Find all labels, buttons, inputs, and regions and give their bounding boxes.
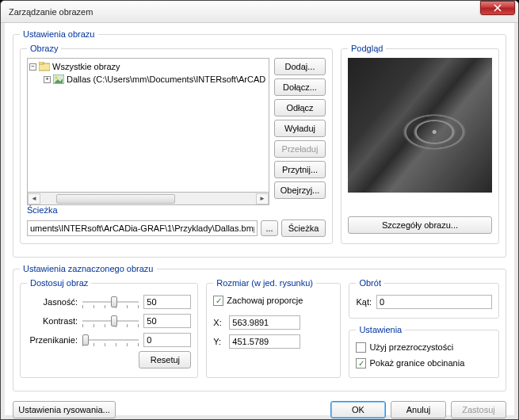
proporcje-checkbox[interactable]: ✓ — [213, 296, 223, 306]
wyladuj-button[interactable]: Wyładuj — [274, 120, 326, 137]
jasnosc-label: Jasność: — [27, 297, 78, 307]
group-dostosuj: Dostosuj obraz Jasność: Kontrast: — [20, 278, 198, 378]
sciezka-button[interactable]: Ścieżka — [281, 220, 326, 237]
x-input[interactable] — [229, 315, 300, 330]
expander-minus-icon[interactable]: − — [29, 63, 36, 71]
dialog-buttons: Ustawienia rysowania... OK Anuluj Zastos… — [13, 398, 506, 418]
group-podglad: Podgląd Szczegóły obrazu... — [341, 44, 499, 244]
image-tree[interactable]: − Wszystkie obrazy + — [27, 58, 269, 193]
przeladuj-button: Przeładuj — [274, 140, 326, 158]
scroll-track[interactable] — [40, 193, 256, 204]
group-ustawienia-zaznaczonego: Ustawienia zaznaczonego obrazu Dostosuj … — [13, 264, 506, 391]
granice-checkbox[interactable]: ✓ — [356, 358, 366, 368]
legend-ustawienia-obrazu: Ustawienia obrazu — [20, 29, 98, 39]
dialog-content: Ustawienia obrazu Obrazy − — [1, 23, 518, 420]
legend-ustawienia-flags: Ustawienia — [356, 325, 405, 334]
titlebar: Zarządzanie obrazem — [1, 1, 518, 23]
kontrast-input[interactable] — [143, 314, 191, 328]
proporcje-label: Zachowaj proporcje — [227, 296, 303, 305]
scroll-right-icon[interactable]: ► — [256, 193, 269, 204]
group-ustawienia-flags: Ustawienia Użyj przezroczystości ✓ Pokaż… — [349, 325, 499, 378]
przenikanie-input[interactable] — [143, 333, 191, 347]
granice-checkbox-row[interactable]: ✓ Pokaż granice obcinania — [356, 355, 492, 371]
group-obrazy: Obrazy − Wszystkie obrazy — [20, 44, 333, 244]
right-column: Obrót Kąt: Ustawienia Użyj przezroczysto… — [349, 278, 499, 384]
kontrast-slider[interactable] — [82, 314, 139, 328]
przenikanie-label: Przenikanie: — [27, 335, 78, 345]
dodaj-button[interactable]: Dodaj... — [274, 58, 326, 75]
y-label: Y: — [213, 337, 224, 346]
przezroczystosc-checkbox[interactable] — [356, 342, 366, 353]
dolacz-button[interactable]: Dołącz... — [274, 78, 326, 96]
group-obrot: Obrót Kąt: — [349, 278, 499, 319]
svg-rect-1 — [39, 62, 44, 64]
tree-child-row[interactable]: + Dallas (C:\Users\mm\Documents\INTERsof… — [29, 73, 267, 86]
przezroczystosc-label: Użyj przezroczystości — [369, 342, 453, 352]
kontrast-label: Kontrast: — [27, 316, 78, 326]
preview-image — [348, 58, 492, 193]
przenikanie-slider[interactable] — [82, 333, 139, 347]
legend-obrazy: Obrazy — [27, 44, 61, 53]
browse-button[interactable]: ... — [261, 220, 278, 236]
y-input[interactable] — [229, 334, 300, 349]
granice-label: Pokaż granice obcinania — [369, 358, 464, 368]
szczegoly-button[interactable]: Szczegóły obrazu... — [348, 216, 492, 234]
scroll-left-icon[interactable]: ◄ — [28, 193, 40, 204]
folder-icon — [39, 62, 50, 71]
tree-child-label: Dallas (C:\Users\mm\Documents\INTERsoft\… — [67, 74, 265, 84]
path-input[interactable] — [27, 220, 258, 236]
obejrzyj-button[interactable]: Obejrzyj... — [274, 181, 326, 199]
svg-point-3 — [55, 77, 58, 79]
image-icon — [53, 74, 64, 84]
group-ustawienia-obrazu: Ustawienia obrazu Obrazy − — [13, 29, 506, 258]
scroll-thumb[interactable] — [56, 194, 175, 204]
kat-input[interactable] — [376, 295, 492, 309]
legend-podglad: Podgląd — [348, 44, 386, 53]
close-icon — [494, 4, 502, 12]
sciezka-label: Ścieżka — [27, 205, 326, 215]
expander-plus-icon[interactable]: + — [44, 76, 51, 83]
tree-root-label: Wszystkie obrazy — [52, 62, 120, 71]
legend-obrot: Obrót — [356, 278, 384, 288]
odlacz-button[interactable]: Odłącz — [274, 99, 326, 116]
przezroczystosc-checkbox-row[interactable]: Użyj przezroczystości — [356, 339, 492, 355]
przytnij-button[interactable]: Przytnij... — [274, 161, 326, 178]
proporcje-checkbox-row[interactable]: ✓ Zachowaj proporcje — [213, 292, 334, 308]
tree-root-row[interactable]: − Wszystkie obrazy — [29, 60, 267, 73]
image-buttons-column: Dodaj... Dołącz... Odłącz Wyładuj Przeła… — [274, 58, 326, 205]
legend-ustawienia-zaznaczonego: Ustawienia zaznaczonego obrazu — [20, 264, 157, 273]
tree-hscrollbar[interactable]: ◄ ► — [27, 193, 269, 205]
ustawienia-rysowania-button[interactable]: Ustawienia rysowania... — [13, 401, 116, 418]
dialog-window: Zarządzanie obrazem Ustawienia obrazu Ob… — [0, 0, 519, 420]
zastosuj-button: Zastosuj — [451, 401, 506, 418]
close-button[interactable] — [480, 1, 515, 15]
group-rozmiar: Rozmiar (w jed. rysunku) ✓ Zachowaj prop… — [206, 278, 341, 378]
legend-rozmiar: Rozmiar (w jed. rysunku) — [213, 278, 316, 288]
ok-button[interactable]: OK — [330, 401, 386, 418]
jasnosc-slider[interactable] — [82, 295, 139, 309]
resetuj-button[interactable]: Resetuj — [139, 351, 191, 368]
window-title: Zarządzanie obrazem — [9, 7, 480, 17]
x-label: X: — [213, 318, 224, 327]
legend-dostosuj: Dostosuj obraz — [27, 278, 91, 288]
kat-label: Kąt: — [356, 297, 372, 307]
jasnosc-input[interactable] — [143, 295, 191, 309]
anuluj-button[interactable]: Anuluj — [391, 401, 446, 418]
